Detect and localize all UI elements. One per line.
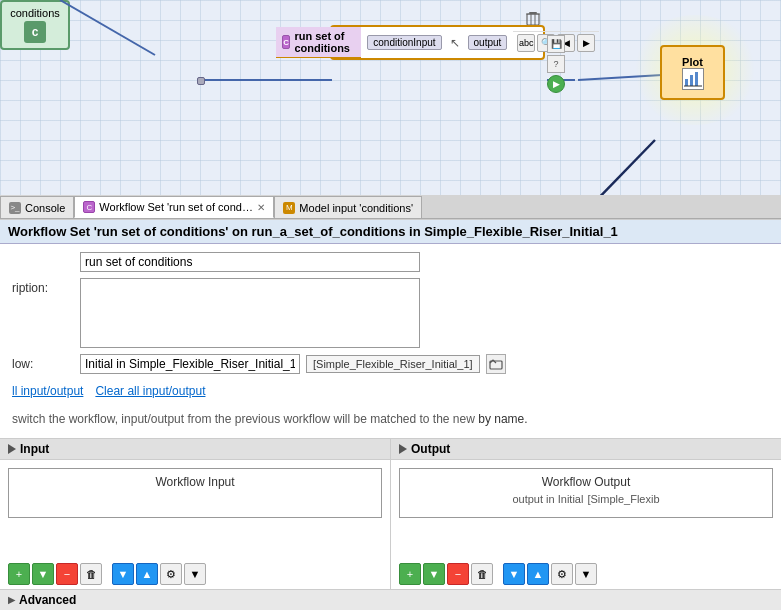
svg-line-2 (578, 75, 662, 80)
plot-label: Plot (682, 56, 703, 68)
output-down-btn[interactable]: ▼ (503, 563, 525, 585)
workflow-row: low: [Simple_Flexible_Riser_Initial_1] (12, 354, 769, 374)
conditions-node[interactable]: conditions c (0, 0, 70, 50)
input-triangle-icon (8, 444, 16, 454)
workflow-tag: [Simple_Flexible_Riser_Initial_1] (306, 355, 480, 373)
io-section: Input Workflow Input + ▼ − 🗑 ▼ ▲ ⚙ ▼ (0, 438, 781, 589)
input-remove-btn[interactable]: − (56, 563, 78, 585)
plot-node[interactable]: Plot (660, 45, 725, 100)
browse-icon (489, 358, 503, 370)
output-settings-btn[interactable]: ⚙ (551, 563, 573, 585)
input-down-btn[interactable]: ▼ (112, 563, 134, 585)
info-text: switch the workflow, input/output from t… (12, 408, 769, 430)
conditions-c-badge: c (24, 21, 46, 43)
svg-rect-6 (527, 14, 539, 25)
workflow-input[interactable] (80, 354, 300, 374)
tab-workflow-set[interactable]: C Workflow Set 'run set of conditions' o… (74, 196, 274, 218)
tab-console-label: Console (25, 202, 65, 214)
description-label: ription: (12, 278, 72, 295)
link-all-input[interactable]: ll input/output (12, 384, 83, 398)
panel-title: Workflow Set 'run set of conditions' on … (0, 220, 781, 244)
run-node-title: run set of conditions (294, 30, 355, 54)
output-port-dot (197, 77, 205, 85)
input-add-btn[interactable]: + (8, 563, 30, 585)
tab-bar: >_ Console C Workflow Set 'run set of co… (0, 195, 781, 219)
run-node[interactable]: C run set of conditions conditionInput ↖… (330, 25, 545, 60)
output-delete-btn[interactable]: 🗑 (471, 563, 493, 585)
run-node-icon: C (282, 35, 291, 49)
advanced-triangle-icon: ▶ (8, 595, 15, 605)
input-add-dropdown-btn[interactable]: ▼ (32, 563, 54, 585)
workflow-label: low: (12, 354, 72, 371)
name-row (12, 252, 769, 272)
tab-console[interactable]: >_ Console (0, 196, 74, 218)
input-box-title: Workflow Input (155, 475, 234, 489)
output-header: Output (391, 439, 781, 460)
workflow-selector: [Simple_Flexible_Riser_Initial_1] (80, 354, 769, 374)
output-box-subtitle: output in Initial [Simple_Flexib (512, 493, 659, 505)
run-node-header: C run set of conditions (276, 27, 362, 58)
input-toolbar: + ▼ − 🗑 ▼ ▲ ⚙ ▼ (0, 559, 390, 589)
output-settings-dropdown-btn[interactable]: ▼ (575, 563, 597, 585)
node-btn-text[interactable]: abc (517, 34, 535, 52)
model-icon: M (283, 202, 295, 214)
output-box: Workflow Output output in Initial [Simpl… (399, 468, 773, 518)
run-node-body: conditionInput ↖ output (361, 31, 513, 54)
output-remove-btn[interactable]: − (447, 563, 469, 585)
advanced-row[interactable]: ▶ Advanced (0, 589, 781, 610)
svg-rect-11 (685, 79, 688, 86)
output-box-title: Workflow Output (542, 475, 630, 489)
plot-icon (682, 68, 704, 90)
output-up-btn[interactable]: ▲ (527, 563, 549, 585)
input-box: Workflow Input (8, 468, 382, 518)
output-subtitle1: output in Initial (512, 493, 583, 505)
output-add-btn[interactable]: + (399, 563, 421, 585)
side-buttons: 💾 ? ▶ (547, 35, 565, 93)
side-btn-save[interactable]: 💾 (547, 35, 565, 53)
output-header-label: Output (411, 442, 450, 456)
input-delete-btn[interactable]: 🗑 (80, 563, 102, 585)
output-triangle-icon (399, 444, 407, 454)
node-btn-right[interactable]: ▶ (577, 34, 595, 52)
info-suffix: by name. (475, 412, 528, 426)
input-header-label: Input (20, 442, 49, 456)
tab-model-input[interactable]: M Model input 'conditions' (274, 196, 422, 218)
input-header: Input (0, 439, 390, 460)
tab-workflow-label: Workflow Set 'run set of conditions' on … (99, 201, 253, 213)
output-port: output (468, 35, 508, 50)
links-row: ll input/output Clear all input/output (12, 380, 769, 402)
workflow-browse-btn[interactable] (486, 354, 506, 374)
svg-rect-12 (690, 75, 693, 86)
input-settings-btn[interactable]: ⚙ (160, 563, 182, 585)
output-toolbar: + ▼ − 🗑 ▼ ▲ ⚙ ▼ (391, 559, 781, 589)
output-add-dropdown-btn[interactable]: ▼ (423, 563, 445, 585)
tab-workflow-close[interactable]: ✕ (257, 202, 265, 213)
svg-rect-13 (695, 72, 698, 86)
main-panel: Workflow Set 'run set of conditions' on … (0, 219, 781, 610)
svg-line-5 (60, 0, 155, 55)
side-btn-play[interactable]: ▶ (547, 75, 565, 93)
output-subtitle2: [Simple_Flexib (587, 493, 659, 505)
tab-model-label: Model input 'conditions' (299, 202, 413, 214)
input-up-btn[interactable]: ▲ (136, 563, 158, 585)
cursor-icon: ↖ (450, 36, 460, 50)
svg-line-4 (490, 140, 655, 195)
canvas-area: conditions c C run set of conditions con… (0, 0, 781, 195)
form-area: ription: low: [Simple_Flexible_Riser_Ini… (0, 244, 781, 438)
link-clear-input[interactable]: Clear all input/output (95, 384, 205, 398)
info-prefix: switch the workflow, input/output from t… (12, 412, 475, 426)
name-input[interactable] (80, 252, 420, 272)
input-panel: Input Workflow Input + ▼ − 🗑 ▼ ▲ ⚙ ▼ (0, 439, 391, 589)
name-label (12, 252, 72, 255)
output-panel: Output Workflow Output output in Initial… (391, 439, 781, 589)
advanced-label: Advanced (19, 593, 76, 607)
side-btn-help[interactable]: ? (547, 55, 565, 73)
description-textarea[interactable] (80, 278, 420, 348)
input-content: Workflow Input (0, 460, 390, 559)
workflow-icon: C (83, 201, 95, 213)
conditions-label: conditions (10, 7, 60, 19)
output-content: Workflow Output output in Initial [Simpl… (391, 460, 781, 559)
input-port: conditionInput (367, 35, 441, 50)
input-settings-dropdown-btn[interactable]: ▼ (184, 563, 206, 585)
console-icon: >_ (9, 202, 21, 214)
